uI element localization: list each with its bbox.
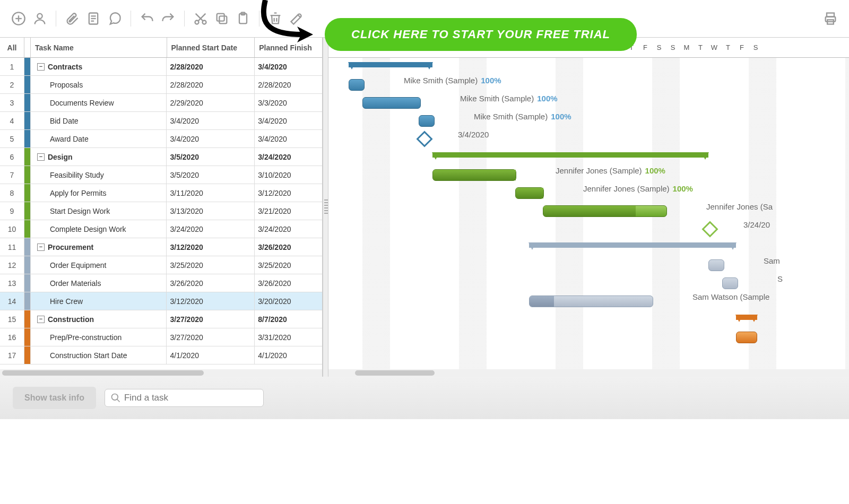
table-row[interactable]: 15−Construction3/27/20208/7/2020 [0,310,322,328]
planned-start-cell[interactable]: 3/12/2020 [167,238,255,256]
attach-icon[interactable] [64,11,80,27]
row-number[interactable]: 14 [0,292,24,310]
planned-start-cell[interactable]: 3/13/2020 [167,202,255,220]
header-planned-start[interactable]: Planned Start Date [167,38,255,57]
planned-finish-cell[interactable]: 3/31/2020 [255,328,322,346]
planned-finish-cell[interactable]: 4/1/2020 [255,346,322,364]
planned-start-cell[interactable]: 3/4/2020 [167,130,255,147]
planned-start-cell[interactable]: 2/28/2020 [167,76,255,93]
table-row[interactable]: 13Order Materials3/26/20203/26/2020 [0,274,322,292]
row-number[interactable]: 2 [0,76,24,93]
planned-start-cell[interactable]: 3/5/2020 [167,148,255,166]
planned-finish-cell[interactable]: 3/26/2020 [255,274,322,292]
planned-start-cell[interactable]: 3/5/2020 [167,166,255,184]
table-row[interactable]: 1−Contracts2/28/20203/4/2020 [0,58,322,76]
task-name-cell[interactable]: Award Date [31,130,167,147]
scrollbar-thumb[interactable] [2,370,204,376]
planned-start-cell[interactable]: 3/27/2020 [167,310,255,328]
row-number[interactable]: 1 [0,58,24,75]
table-row[interactable]: 12Order Equipment3/25/20203/25/2020 [0,256,322,274]
paint-icon[interactable] [289,11,305,27]
row-number[interactable]: 5 [0,130,24,147]
row-number[interactable]: 10 [0,220,24,238]
task-name-cell[interactable]: Hire Crew [31,292,167,310]
scrollbar-thumb[interactable] [355,370,435,376]
gantt-task-bar[interactable] [349,79,365,91]
print-icon[interactable] [822,11,838,27]
task-name-cell[interactable]: Bid Date [31,112,167,129]
row-number[interactable]: 9 [0,202,24,220]
planned-finish-cell[interactable]: 3/25/2020 [255,256,322,274]
planned-finish-cell[interactable]: 3/3/2020 [255,94,322,111]
gantt-task-bar[interactable] [736,332,757,343]
planned-start-cell[interactable]: 3/12/2020 [167,292,255,310]
planned-finish-cell[interactable]: 2/28/2020 [255,76,322,93]
task-name-cell[interactable]: Apply for Permits [31,184,167,202]
gantt-group-bar[interactable] [736,315,757,320]
table-row[interactable]: 9Start Design Work3/13/20203/21/2020 [0,202,322,220]
redo-icon[interactable] [160,11,176,27]
planned-finish-cell[interactable]: 3/24/2020 [255,148,322,166]
task-name-cell[interactable]: Construction Start Date [31,346,167,364]
find-task-field[interactable] [105,389,264,407]
task-name-cell[interactable]: Feasibility Study [31,166,167,184]
paste-icon[interactable] [235,11,251,27]
gantt-task-bar[interactable] [722,277,738,289]
row-number[interactable]: 16 [0,328,24,346]
table-row[interactable]: 8Apply for Permits3/11/20203/12/2020 [0,184,322,202]
planned-start-cell[interactable]: 3/25/2020 [167,256,255,274]
row-number[interactable]: 15 [0,310,24,328]
gantt-group-bar[interactable] [349,62,432,67]
planned-finish-cell[interactable]: 3/26/2020 [255,238,322,256]
cut-icon[interactable] [193,11,209,27]
free-trial-cta-button[interactable]: CLICK HERE TO START YOUR FREE TRIAL [325,18,637,51]
row-number[interactable]: 6 [0,148,24,166]
task-name-cell[interactable]: Prep/Pre-construction [31,328,167,346]
planned-start-cell[interactable]: 3/26/2020 [167,274,255,292]
collapse-toggle[interactable]: − [37,244,45,251]
table-row[interactable]: 11−Procurement3/12/20203/26/2020 [0,238,322,256]
task-name-cell[interactable]: Complete Design Work [31,220,167,238]
task-name-cell[interactable]: Documents Review [31,94,167,111]
copy-icon[interactable] [214,11,230,27]
header-all[interactable]: All [0,38,24,57]
gantt-task-bar[interactable] [419,115,435,127]
planned-finish-cell[interactable]: 3/4/2020 [255,112,322,129]
row-number[interactable]: 4 [0,112,24,129]
planned-finish-cell[interactable]: 3/12/2020 [255,184,322,202]
task-name-cell[interactable]: Proposals [31,76,167,93]
row-number[interactable]: 8 [0,184,24,202]
gantt-group-bar[interactable] [432,152,708,158]
planned-start-cell[interactable]: 2/29/2020 [167,94,255,111]
user-icon[interactable] [32,11,48,27]
row-number[interactable]: 12 [0,256,24,274]
row-number[interactable]: 7 [0,166,24,184]
gantt-group-bar[interactable] [529,242,736,248]
undo-icon[interactable] [139,11,155,27]
table-row[interactable]: 4Bid Date3/4/20203/4/2020 [0,112,322,130]
table-row[interactable]: 7Feasibility Study3/5/20203/10/2020 [0,166,322,184]
collapse-toggle[interactable]: − [37,316,45,323]
planned-finish-cell[interactable]: 3/4/2020 [255,58,322,75]
row-number[interactable]: 17 [0,346,24,364]
table-row[interactable]: 17Construction Start Date4/1/20204/1/202… [0,346,322,364]
table-row[interactable]: 5Award Date3/4/20203/4/2020 [0,130,322,148]
planned-start-cell[interactable]: 3/4/2020 [167,112,255,129]
table-row[interactable]: 2Proposals2/28/20202/28/2020 [0,76,322,94]
planned-finish-cell[interactable]: 3/4/2020 [255,130,322,147]
gantt-task-bar[interactable] [432,169,516,181]
row-number[interactable]: 3 [0,94,24,111]
table-row[interactable]: 6−Design3/5/20203/24/2020 [0,148,322,166]
row-number[interactable]: 13 [0,274,24,292]
gantt-horizontal-scrollbar[interactable] [328,369,849,377]
table-row[interactable]: 3Documents Review2/29/20203/3/2020 [0,94,322,112]
delete-icon[interactable] [267,11,283,27]
header-planned-finish[interactable]: Planned Finish [255,38,322,57]
find-task-input[interactable] [124,393,258,403]
collapse-toggle[interactable]: − [37,63,45,71]
gantt-task-bar[interactable] [543,205,667,217]
task-name-cell[interactable]: Start Design Work [31,202,167,220]
table-row[interactable]: 14Hire Crew3/12/20203/20/2020 [0,292,322,310]
collapse-toggle[interactable]: − [37,153,45,161]
comment-icon[interactable] [107,11,123,27]
